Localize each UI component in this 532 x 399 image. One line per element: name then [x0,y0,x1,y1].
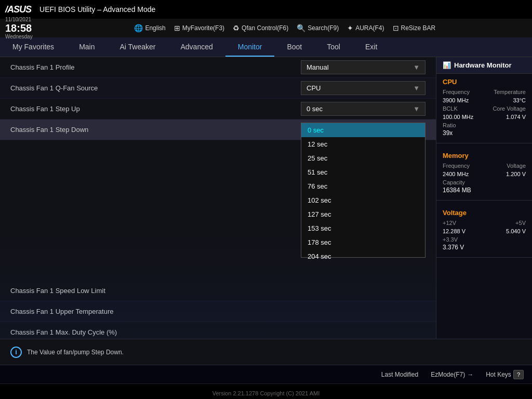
cpu-bclk-row: BCLK Core Voltage [436,104,532,113]
upper-temp-label: Chassis Fan 1 Upper Temperature [10,308,301,315]
chevron-down-icon: ▼ [413,63,420,71]
mem-freq-value-row: 2400 MHz 1.200 V [436,170,532,178]
aura-label: AURA(F4) [355,24,384,32]
step-down-dropdown-list: 0 sec 12 sec 25 sec 51 sec 76 sec 102 se… [301,123,425,258]
setting-row-profile: Chassis Fan 1 Profile Manual ▼ [0,57,436,78]
topbar-resizebar[interactable]: ⊡ ReSize BAR [393,24,436,32]
mem-capacity-value: 16384 MB [436,187,532,197]
hot-keys-button[interactable]: Hot Keys ? [486,370,524,379]
topbar-qfan[interactable]: ♻ Qfan Control(F6) [233,24,288,32]
cpu-section-title: CPU [436,74,532,88]
v5-label: +5V [515,220,526,226]
chevron-down-icon: ▼ [413,105,420,113]
ez-mode-button[interactable]: EzMode(F7) → [431,371,473,378]
profile-dropdown-value: Manual [307,63,329,71]
v33-value: 3.376 V [436,244,532,254]
nav-advanced[interactable]: Advanced [168,37,225,57]
qfan-source-label: Chassis Fan 1 Q-Fan Source [10,84,301,92]
memory-section-title: Memory [436,148,532,162]
qfan-label: Qfan Control(F6) [242,24,288,32]
hot-keys-icon: ? [513,370,524,379]
v33-label: +3.3V [436,235,532,244]
bottom-bar: Last Modified EzMode(F7) → Hot Keys ? [0,365,532,383]
content-area: Chassis Fan 1 Profile Manual ▼ Chassis F… [0,57,436,339]
info-icon: i [10,347,22,358]
step-up-dropdown[interactable]: 0 sec ▼ [301,102,425,116]
nav-boot[interactable]: Boot [274,37,314,57]
time-display: 18:58 [5,22,33,34]
search-label: Search(F9) [308,24,339,32]
dropdown-option-102sec[interactable]: 102 sec [301,193,425,207]
step-down-value: 0 sec ▼ 0 sec 12 sec 25 sec 51 sec 76 se… [301,123,425,137]
dropdown-option-178sec[interactable]: 178 sec [301,235,425,249]
profile-dropdown[interactable]: Manual ▼ [301,60,425,74]
ez-mode-arrow: → [467,371,473,378]
qfan-icon: ♻ [233,24,240,32]
mem-volt-value: 1.200 V [506,171,526,177]
topbar-items: 🌐 English ⊞ MyFavorite(F3) ♻ Qfan Contro… [43,24,527,32]
myfavorite-icon: ⊞ [174,24,180,32]
cpu-temp-label: Temperature [494,89,526,95]
last-modified-label: Last Modified [381,371,418,378]
topbar-search[interactable]: 🔍 Search(F9) [297,24,339,32]
mem-freq-row: Frequency Voltage [436,162,532,170]
bios-title: UEFI BIOS Utility – Advanced Mode [39,5,155,14]
nav-bar: My Favorites Main Ai Tweaker Advanced Mo… [0,37,532,57]
nav-aitweaker[interactable]: Ai Tweaker [107,37,168,57]
cpu-bclk-label: BCLK [443,105,458,112]
search-icon: 🔍 [297,24,305,32]
topbar-aura[interactable]: ✦ AURA(F4) [347,24,384,32]
hardware-monitor-header: 📊 Hardware Monitor [436,57,532,74]
topbar-language[interactable]: 🌐 English [134,24,165,32]
resize-icon: ⊡ [393,24,399,32]
aura-icon: ✦ [347,24,353,32]
profile-label: Chassis Fan 1 Profile [10,63,301,71]
setting-row-step-down: Chassis Fan 1 Step Down 0 sec ▼ 0 sec 12… [0,119,436,140]
cpu-freq-label: Frequency [443,89,470,95]
cpu-freq-value-row: 3900 MHz 33°C [436,96,532,104]
ez-mode-label: EzMode(F7) [431,371,465,378]
nav-exit[interactable]: Exit [353,37,390,57]
nav-monitor[interactable]: Monitor [225,37,275,57]
dropdown-option-51sec[interactable]: 51 sec [301,165,425,179]
cpu-bclk-value-row: 100.00 MHz 1.074 V [436,113,532,121]
voltage-section-title: Voltage [436,205,532,219]
setting-row-step-up: Chassis Fan 1 Step Up 0 sec ▼ [0,99,436,119]
cpu-temp-value: 33°C [513,97,526,103]
last-modified-button[interactable]: Last Modified [381,371,418,378]
qfan-source-dropdown-value: CPU [307,84,321,92]
step-up-dropdown-value: 0 sec [307,105,323,113]
settings-list: Chassis Fan 1 Profile Manual ▼ Chassis F… [0,57,436,339]
main-layout: Chassis Fan 1 Profile Manual ▼ Chassis F… [0,57,532,339]
cpu-ratio-value: 39x [436,129,532,140]
step-down-label: Chassis Fan 1 Step Down [10,126,301,134]
dropdown-option-153sec[interactable]: 153 sec [301,221,425,235]
nav-main[interactable]: Main [66,37,107,57]
dropdown-option-204sec[interactable]: 204 sec [301,249,425,263]
hardware-monitor-sidebar: 📊 Hardware Monitor CPU Frequency Tempera… [436,57,532,339]
date-display: 11/10/2021 [5,17,33,22]
globe-icon: 🌐 [134,24,143,32]
max-duty-label: Chassis Fan 1 Max. Duty Cycle (%) [10,328,301,336]
speed-low-label: Chassis Fan 1 Speed Low Limit [10,287,301,295]
monitor-icon: 📊 [443,61,451,69]
v5-value: 5.040 V [506,228,526,234]
myfavorite-label: MyFavorite(F3) [182,24,224,32]
dropdown-option-76sec[interactable]: 76 sec [301,179,425,193]
cpu-corevolt-label: Core Voltage [493,105,526,112]
dropdown-option-0sec[interactable]: 0 sec [301,123,425,137]
cpu-section: CPU Frequency Temperature 3900 MHz 33°C … [436,74,532,143]
info-bar: i The Value of fan/pump Step Down. [0,339,532,365]
hot-keys-label: Hot Keys [486,371,511,378]
hardware-monitor-title: Hardware Monitor [454,61,512,69]
mem-capacity-label: Capacity [436,178,532,187]
mem-volt-label: Voltage [507,163,526,169]
header-bar: /ASUS UEFI BIOS Utility – Advanced Mode [0,0,532,19]
dropdown-option-25sec[interactable]: 25 sec [301,151,425,165]
topbar-myfavorite[interactable]: ⊞ MyFavorite(F3) [174,24,224,32]
dropdown-option-12sec[interactable]: 12 sec [301,137,425,151]
dropdown-option-127sec[interactable]: 127 sec [301,207,425,221]
nav-favorites[interactable]: My Favorites [0,37,66,57]
nav-tool[interactable]: Tool [314,37,353,57]
qfan-source-dropdown[interactable]: CPU ▼ [301,81,425,95]
